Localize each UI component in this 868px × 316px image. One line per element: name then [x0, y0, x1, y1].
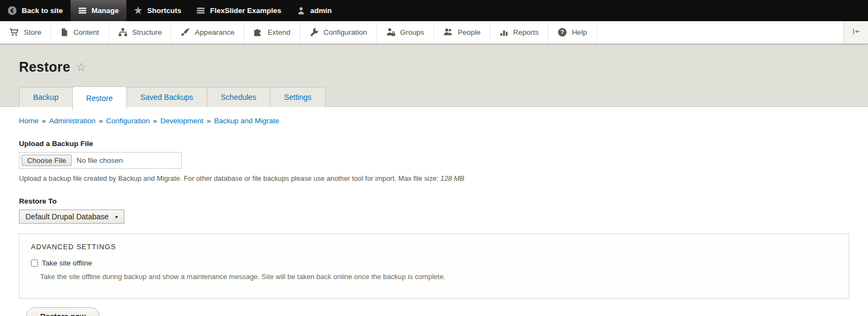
breadcrumb: Home » Administration » Configuration » … [19, 107, 849, 125]
menu-item-help[interactable]: ? Help [548, 21, 597, 43]
page-title: Restore [19, 59, 71, 75]
tab-schedules[interactable]: Schedules [207, 87, 270, 107]
menu-item-configuration[interactable]: Configuration [300, 21, 376, 43]
back-to-site-button[interactable]: Back to site [0, 0, 71, 21]
flexslider-examples-button[interactable]: FlexSlider Examples [189, 0, 289, 21]
menu-item-label: Groups [400, 28, 424, 36]
manage-button[interactable]: Manage [71, 0, 126, 21]
tab-restore[interactable]: Restore [72, 86, 127, 110]
admin-user-button[interactable]: admin [289, 0, 340, 21]
menu-item-label: People [458, 28, 481, 36]
manage-label: Manage [92, 7, 119, 15]
breadcrumb-link-backup-and-migrate[interactable]: Backup and Migrate [214, 117, 279, 125]
toolbar-spacer [597, 21, 843, 43]
paintbrush-icon [181, 28, 190, 37]
take-site-offline-label: Take site offline [42, 259, 92, 267]
advanced-settings-legend: ADVANCED SETTINGS [31, 243, 837, 251]
take-site-offline-checkbox[interactable] [31, 260, 38, 267]
tab-backup[interactable]: Backup [19, 87, 73, 107]
menu-item-label: Help [572, 28, 587, 36]
tab-bar: Backup Restore Saved Backups Schedules S… [19, 86, 325, 107]
breadcrumb-separator: » [207, 117, 211, 125]
shortcuts-label: Shortcuts [147, 7, 181, 15]
shortcuts-button[interactable]: ★ Shortcuts [126, 0, 189, 21]
upload-description: Upload a backup file created by Backup a… [19, 174, 849, 182]
admin-toolbar: Back to site Manage ★ Shortcuts FlexSlid… [0, 0, 868, 21]
advanced-settings-fieldset: ADVANCED SETTINGS Take site offline Take… [19, 233, 849, 299]
no-file-chosen-text: No file chosen [76, 156, 123, 165]
tab-saved-backups[interactable]: Saved Backups [126, 87, 207, 107]
menu-item-label: Configuration [323, 28, 367, 36]
menu-item-extend[interactable]: Extend [244, 21, 300, 43]
choose-file-button[interactable]: Choose File [22, 155, 72, 166]
page-header: Restore ☆ Backup Restore Saved Backups S… [0, 44, 868, 107]
restore-now-button[interactable]: Restore now [26, 307, 100, 316]
toolbar-orientation-toggle[interactable] [843, 21, 868, 43]
question-circle-icon: ? [558, 28, 567, 37]
menu-item-label: Reports [513, 28, 539, 36]
admin-user-label: admin [310, 7, 332, 15]
file-upload-field[interactable]: Choose File No file chosen [19, 152, 182, 169]
wrench-icon [309, 28, 318, 37]
back-circle-icon [8, 6, 17, 15]
cart-icon [9, 28, 19, 37]
menu-item-content[interactable]: Content [51, 21, 108, 43]
breadcrumb-separator: » [99, 117, 103, 125]
hamburger-icon [196, 7, 205, 15]
star-outline-icon[interactable]: ☆ [76, 61, 87, 73]
menu-item-label: Structure [132, 28, 162, 36]
star-icon: ★ [134, 6, 142, 15]
hamburger-icon [78, 7, 87, 15]
people-icon [443, 28, 453, 37]
menu-item-reports[interactable]: Reports [490, 21, 548, 43]
breadcrumb-separator: » [153, 117, 157, 125]
menu-item-groups[interactable]: Groups [377, 21, 434, 43]
breadcrumb-link-configuration[interactable]: Configuration [106, 117, 150, 125]
upload-file-label: Upload a Backup File [19, 140, 849, 148]
collapse-left-icon [851, 27, 861, 38]
menu-item-label: Content [73, 28, 99, 36]
restore-to-selected-value: Default Drupal Database [25, 212, 108, 221]
admin-menu-bar: Store Content Structure Appearance Exten… [0, 21, 868, 44]
menu-item-label: Appearance [195, 28, 234, 36]
bar-chart-icon [500, 28, 508, 37]
menu-item-structure[interactable]: Structure [109, 21, 172, 43]
menu-item-label: Extend [267, 28, 290, 36]
max-file-size-value: 128 MB [441, 174, 464, 182]
breadcrumb-separator: » [42, 117, 46, 125]
breadcrumb-link-development[interactable]: Development [160, 117, 203, 125]
puzzle-icon [253, 28, 263, 37]
person-lock-icon [386, 28, 395, 37]
main-content: Home » Administration » Configuration » … [0, 107, 868, 316]
take-site-offline-row: Take site offline [31, 259, 837, 267]
menu-item-people[interactable]: People [434, 21, 490, 43]
flexslider-examples-label: FlexSlider Examples [210, 7, 281, 15]
upload-description-text: Upload a backup file created by Backup a… [19, 174, 438, 182]
back-to-site-label: Back to site [22, 7, 63, 15]
chevron-down-icon: ▾ [115, 214, 118, 220]
take-site-offline-description: Take the site offline during backup and … [40, 273, 837, 281]
menu-item-label: Store [24, 28, 41, 36]
svg-text:?: ? [560, 29, 564, 35]
user-icon [297, 7, 305, 15]
menu-item-appearance[interactable]: Appearance [171, 21, 244, 43]
menu-item-store[interactable]: Store [0, 21, 51, 43]
restore-to-select[interactable]: Default Drupal Database ▾ [19, 210, 124, 224]
title-row: Restore ☆ [19, 44, 849, 75]
sitemap-icon [118, 28, 127, 37]
breadcrumb-link-home[interactable]: Home [19, 117, 39, 125]
tab-settings[interactable]: Settings [270, 87, 326, 107]
document-icon [60, 28, 68, 37]
breadcrumb-link-administration[interactable]: Administration [49, 117, 96, 125]
restore-to-label: Restore To [19, 197, 849, 205]
